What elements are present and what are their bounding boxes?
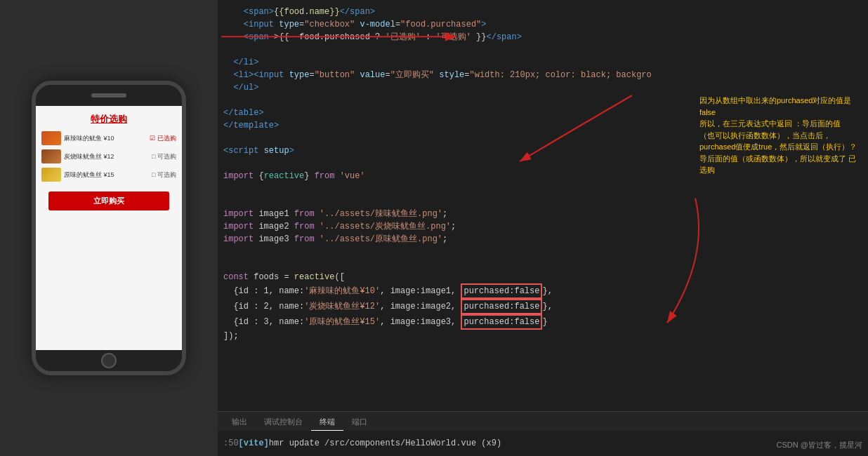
- annotation-bubble: 因为从数组中取出来的purchased对应的值是false所以，在三元表达式中返…: [699, 95, 861, 176]
- code-line: [218, 43, 868, 56]
- tab-terminal[interactable]: 终端: [311, 414, 343, 431]
- phone-top-bar: [36, 85, 182, 106]
- food-image-1: [41, 131, 61, 145]
- list-item: 麻辣味的鱿鱼 ¥10 ☑ 已选购: [41, 131, 176, 145]
- code-line: [218, 182, 868, 195]
- code-line: [218, 258, 868, 271]
- code-line: import image3 from '../assets/原味鱿鱼丝.png'…: [218, 233, 868, 246]
- buy-button[interactable]: 立即购买: [48, 192, 170, 210]
- phone-screen: 特价选购 麻辣味的鱿鱼 ¥10 ☑ 已选购 炭烧味鱿鱼丝 ¥12 □ 可选购 原…: [36, 106, 182, 350]
- terminal-vite-tag: [vite]: [239, 438, 269, 448]
- phone-speaker: [91, 93, 126, 98]
- tab-debug[interactable]: 调试控制台: [256, 414, 311, 431]
- code-line: <span>{{food.name}}</span>: [218, 6, 868, 18]
- food-status-3: □ 可选购: [152, 170, 176, 180]
- code-line: [218, 246, 868, 258]
- code-line: {id : 2, name:'炭烧味鱿鱼丝¥12', image:image2,…: [218, 299, 868, 314]
- code-line: {id : 3, name:'原味的鱿鱼丝¥15', image:image3,…: [218, 314, 868, 330]
- annotation-text: 因为从数组中取出来的purchased对应的值是false所以，在三元表达式中返…: [699, 96, 857, 174]
- phone-title: 特价选购: [91, 113, 127, 126]
- food-image-3: [41, 168, 61, 182]
- terminal-content: :50 [vite] hmr update /src/components/He…: [218, 431, 868, 456]
- code-line: </li>: [218, 56, 868, 69]
- code-line: <input type="checkbox" v-model="food.pur…: [218, 18, 868, 31]
- phone-mockup: 特价选购 麻辣味的鱿鱼 ¥10 ☑ 已选购 炭烧味鱿鱼丝 ¥12 □ 可选购 原…: [32, 81, 186, 375]
- code-line: [218, 195, 868, 208]
- phone-bottom-bar: [36, 350, 182, 371]
- code-area: <span>{{food.name}}</span> <input type="…: [218, 0, 868, 411]
- list-item: 原味的鱿鱼丝 ¥15 □ 可选购: [41, 168, 176, 182]
- tab-ports[interactable]: 端口: [343, 414, 376, 431]
- terminal-tabs: 输出 调试控制台 终端 端口: [218, 411, 868, 431]
- phone-home-button: [101, 353, 117, 368]
- food-image-2: [41, 149, 61, 163]
- food-status-1: ☑ 已选购: [150, 134, 176, 143]
- terminal-message: hmr update /src/components/HelloWorld.vu…: [269, 438, 501, 448]
- code-line: import image2 from '../assets/炭烧味鱿鱼丝.png…: [218, 220, 868, 233]
- code-line: ]);: [218, 330, 868, 342]
- code-line: const foods = reactive([: [218, 271, 868, 283]
- code-line: {id : 1, name:'麻辣味的鱿鱼¥10', image:image1,…: [218, 283, 868, 299]
- food-name-3: 原味的鱿鱼丝 ¥15: [64, 170, 150, 180]
- code-line: <span >{{ food.purchased ? '已选购' : '可选购'…: [218, 31, 868, 43]
- code-line: </ul>: [218, 81, 868, 94]
- code-line: import image1 from '../assets/辣味鱿鱼丝.png'…: [218, 208, 868, 220]
- tab-output[interactable]: 输出: [223, 414, 256, 431]
- watermark: CSDN @皆过客，揽星河: [777, 440, 862, 450]
- code-line: <li><input type="button" value="立即购买" st…: [218, 69, 868, 81]
- code-editor-panel: <span>{{food.name}}</span> <input type="…: [218, 0, 868, 456]
- list-item: 炭烧味鱿鱼丝 ¥12 □ 可选购: [41, 149, 176, 163]
- phone-panel: 特价选购 麻辣味的鱿鱼 ¥10 ☑ 已选购 炭烧味鱿鱼丝 ¥12 □ 可选购 原…: [0, 0, 218, 456]
- food-name-2: 炭烧味鱿鱼丝 ¥12: [64, 152, 150, 161]
- terminal-line-number: :50: [223, 438, 239, 448]
- food-status-2: □ 可选购: [152, 152, 176, 161]
- food-name-1: 麻辣味的鱿鱼 ¥10: [64, 134, 148, 143]
